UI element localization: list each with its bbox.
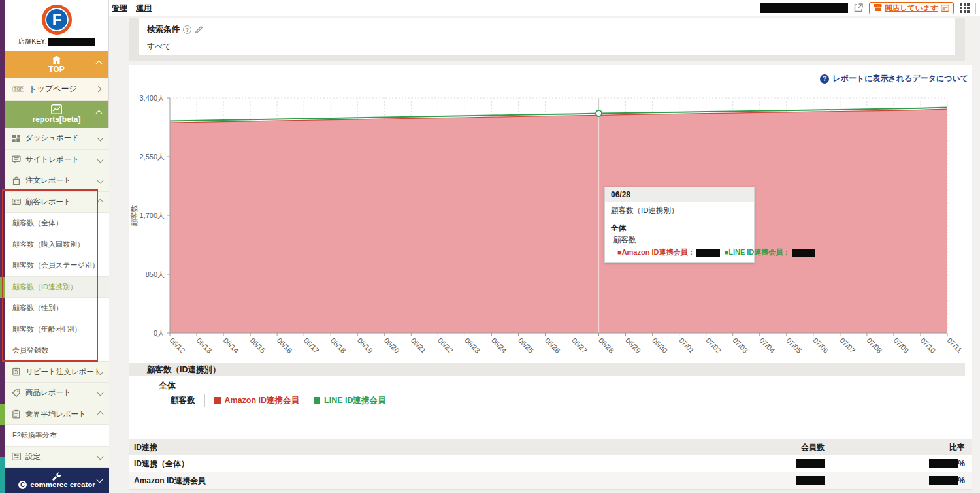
sidebar-item[interactable]: 顧客数（会員ステージ別） (5, 255, 109, 277)
chevron-down-icon (97, 178, 104, 184)
chart-tooltip: 06/28 顧客数（ID連携別） 全体 顧客数 ■Amazon ID連携会員： … (604, 187, 755, 263)
tooltip-group: 全体 (611, 223, 748, 233)
chevron-down-icon (97, 135, 104, 142)
sidebar-item-label: 顧客レポート (25, 197, 71, 207)
search-conditions-panel: 検索条件 ? すべて (129, 18, 965, 61)
svg-text:06/12: 06/12 (169, 336, 187, 355)
svg-text:3,400人: 3,400人 (139, 94, 165, 102)
help-circle-icon[interactable]: ? (183, 25, 191, 34)
sidebar-item[interactable]: 顧客数（ID連携別） (5, 277, 109, 298)
tooltip-subtitle: 顧客数（ID連携別） (605, 202, 754, 219)
legend-swatch-green (314, 397, 320, 404)
sidebar-item-toppage[interactable]: TOP トップページ (5, 78, 108, 101)
home-icon (52, 56, 61, 64)
table-row: ID連携（全体） % (129, 455, 972, 472)
svg-text:06/30: 06/30 (651, 336, 669, 355)
industry-section-notch (0, 404, 5, 425)
commerce-creator-c-icon: C (18, 481, 27, 489)
chevron-up-icon (96, 60, 103, 67)
customer-report-icon (12, 197, 21, 206)
sidebar-item-label: 業界平均レポート (25, 409, 86, 419)
nav-link-operation[interactable]: 運用 (136, 3, 152, 14)
redacted-value (796, 476, 825, 485)
sidebar-item[interactable]: 注文レポート (5, 170, 109, 192)
sidebar-item[interactable]: 商品レポート (5, 383, 109, 404)
sidebar-item[interactable]: 顧客数（全体） (5, 213, 109, 234)
shop-key: 店舗KEY: (5, 37, 108, 46)
bottom-teal-notch (0, 457, 5, 493)
section-title-bar: 顧客数（ID連携別） (129, 363, 965, 376)
svg-text:06/23: 06/23 (463, 336, 482, 355)
chevron-down-icon (97, 390, 104, 396)
section-title: 顧客数（ID連携別） (147, 364, 221, 375)
svg-text:07/06: 07/06 (811, 336, 830, 355)
top-header-bar: 管理 運用 開店しています (109, 0, 980, 16)
table-row: Amazon ID連携会員 % (129, 472, 972, 489)
sidebar-item[interactable]: 顧客数（性別） (5, 298, 109, 319)
svg-text:07/05: 07/05 (785, 336, 803, 355)
left-edge-stripe (0, 0, 5, 493)
commerce-creator-label: commerce creator (30, 481, 95, 488)
svg-text:1,700人: 1,700人 (139, 212, 165, 219)
svg-text:06/19: 06/19 (356, 336, 374, 355)
edit-pencil-icon[interactable] (195, 25, 203, 34)
svg-text:06/21: 06/21 (410, 336, 428, 355)
chevron-up-icon (96, 110, 103, 117)
sidebar-item-label: リピート注文レポート (25, 367, 98, 377)
chevron-down-icon (97, 453, 104, 460)
sidebar-item[interactable]: 設定 (5, 447, 109, 468)
futureshop-logo[interactable]: F (42, 5, 72, 35)
sidebar-item-commerce-creator[interactable]: C commerce creator (5, 468, 109, 493)
svg-text:07/04: 07/04 (758, 336, 776, 355)
legend-item-amazon[interactable]: Amazon ID連携会員 (214, 395, 300, 406)
apps-grid-icon[interactable] (960, 3, 970, 13)
sidebar-item[interactable]: 顧客レポート (5, 192, 109, 214)
logo-area: F 店舗KEY: (5, 0, 108, 51)
column-header-ratio[interactable]: 比率 (949, 443, 965, 452)
legend-metric-label: 顧客数 (171, 395, 195, 406)
sidebar-item[interactable]: サイトレポート (5, 150, 109, 171)
table-next-row-edge (129, 489, 972, 493)
logo-letter: F (52, 10, 62, 29)
toppage-label: トップページ (29, 84, 76, 95)
sidebar-item[interactable]: 業界平均レポート (5, 404, 109, 426)
sidebar-item[interactable]: 顧客数（年齢×性別） (5, 319, 109, 341)
chevron-right-icon (95, 86, 102, 92)
column-header-id-linkage[interactable]: ID連携 (134, 443, 157, 452)
sidebar-item-label: サイトレポート (25, 155, 79, 165)
store-status-button[interactable]: 開店しています (869, 2, 954, 14)
sidebar-item[interactable]: 顧客数（購入回数別） (5, 234, 109, 256)
nav-link-admin[interactable]: 管理 (112, 3, 127, 14)
svg-text:0人: 0人 (154, 329, 165, 337)
sidebar-item-label: 顧客数（性別） (12, 303, 63, 313)
column-header-members[interactable]: 会員数 (801, 443, 825, 452)
sidebar-item[interactable]: F2転換率分布 (5, 425, 109, 447)
sidebar-item-label: 会員登録数 (12, 345, 48, 355)
external-link-icon[interactable] (854, 3, 863, 12)
sidebar-item-reports-beta[interactable]: reports[beta] (5, 101, 108, 128)
store-toggle-icon (941, 5, 949, 12)
site-report-icon (12, 155, 21, 164)
header-divider (975, 3, 976, 14)
legend-item-line[interactable]: LINE ID連携会員 (314, 395, 385, 406)
sidebar-item[interactable]: リピート注文レポート (5, 362, 109, 383)
product-report-icon (12, 389, 21, 398)
redacted-value (696, 249, 720, 257)
sidebar-item[interactable]: ダッシュボード (5, 128, 109, 150)
svg-text:06/14: 06/14 (222, 336, 240, 355)
sidebar-item[interactable]: 会員登録数 (5, 340, 109, 362)
sidebar-item-label: ダッシュボード (25, 133, 79, 143)
sidebar-item-top[interactable]: TOP (5, 51, 108, 78)
customers-area-chart[interactable]: 0人850人1,700人2,550人3,400人06/1206/1306/140… (129, 65, 967, 372)
search-conditions-card: 検索条件 ? すべて (139, 18, 955, 55)
table-header-row: ID連携 会員数 比率 (129, 439, 972, 455)
tooltip-metric: 顧客数 (613, 235, 748, 245)
sidebar: F 店舗KEY: TOP TOP トップページ reports[beta] ダッ… (5, 0, 109, 493)
svg-text:06/20: 06/20 (383, 336, 401, 355)
active-item-notch (0, 277, 5, 298)
sidebar-item-label: 顧客数（年齢×性別） (12, 325, 81, 334)
redacted-value (929, 459, 958, 468)
chevron-down-icon (97, 368, 104, 375)
report-content: ? レポートに表示されるデータについて 0人850人1,700人2,550人3,… (129, 65, 972, 493)
redacted-shop-key (48, 38, 95, 46)
